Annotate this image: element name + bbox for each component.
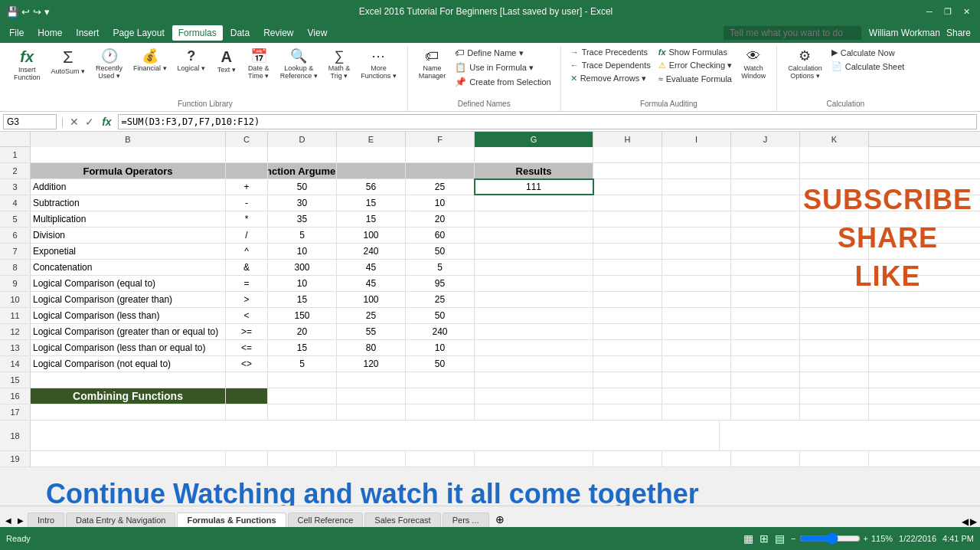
page-layout-icon[interactable]: ⊞	[760, 532, 769, 545]
close-button[interactable]: ✕	[959, 4, 974, 19]
cell-j13[interactable]	[731, 340, 800, 355]
cell-k2[interactable]	[800, 163, 869, 178]
cell-b11[interactable]: Logical Comparison (less than)	[31, 308, 226, 323]
sheet-tab-intro[interactable]: Intro	[28, 512, 64, 527]
tab-scroll-right-button[interactable]: ▶	[15, 514, 26, 527]
cell-e7[interactable]: 240	[337, 244, 406, 259]
cancel-formula-button[interactable]: ✕	[70, 116, 79, 128]
cell-c16[interactable]	[226, 388, 268, 404]
cell-e10[interactable]: 100	[337, 292, 406, 307]
cell-i15[interactable]	[662, 372, 731, 388]
cell-f15[interactable]	[406, 372, 475, 388]
cell-g7[interactable]	[475, 244, 593, 259]
col-header-g[interactable]: G	[475, 132, 593, 147]
menu-review[interactable]: Review	[257, 25, 299, 41]
cell-h12[interactable]	[593, 324, 662, 339]
cell-j17[interactable]	[731, 404, 800, 420]
cell-c2[interactable]	[226, 163, 268, 178]
sheet-tab-sales-forecast[interactable]: Sales Forecast	[364, 512, 440, 527]
normal-view-icon[interactable]: ▦	[743, 532, 753, 545]
cell-c17[interactable]	[226, 404, 268, 420]
restore-button[interactable]: ❐	[940, 4, 956, 19]
cell-f16[interactable]	[406, 388, 475, 404]
menu-page-layout[interactable]: Page Layout	[106, 25, 170, 41]
cell-b14[interactable]: Logical Comparison (not equal to)	[31, 356, 226, 372]
show-formulas-button[interactable]: fx Show Formulas	[655, 46, 735, 58]
cell-c1[interactable]	[226, 147, 268, 162]
cell-k1[interactable]	[800, 147, 869, 162]
col-header-h[interactable]: H	[593, 132, 662, 147]
col-header-j[interactable]: J	[731, 132, 800, 147]
sheet-tab-pers[interactable]: Pers ...	[443, 512, 489, 527]
cell-e16[interactable]	[337, 388, 406, 404]
col-header-b[interactable]: B	[31, 132, 226, 147]
redo-icon[interactable]: ↪	[33, 6, 41, 18]
cell-c9[interactable]: =	[226, 276, 268, 291]
cell-c5[interactable]: *	[226, 211, 268, 227]
zoom-in-icon[interactable]: +	[864, 534, 868, 543]
cell-b19[interactable]	[31, 451, 226, 467]
cell-j16[interactable]	[731, 388, 800, 404]
cell-b13[interactable]: Logical Comparison (less than or equal t…	[31, 340, 226, 355]
cell-e12[interactable]: 55	[337, 324, 406, 339]
cell-e17[interactable]	[337, 404, 406, 420]
cell-b10[interactable]: Logical Comparison (greater than)	[31, 292, 226, 307]
sheet-tab-data-entry[interactable]: Data Entry & Navigation	[66, 512, 175, 527]
menu-home[interactable]: Home	[31, 25, 68, 41]
cell-b16[interactable]: Combining Functions	[31, 388, 226, 404]
cell-i16[interactable]	[662, 388, 731, 404]
cell-c11[interactable]: <	[226, 308, 268, 323]
cell-h1[interactable]	[593, 147, 662, 162]
cell-h4[interactable]	[593, 195, 662, 211]
cell-b1[interactable]	[31, 147, 226, 162]
cell-h3[interactable]	[593, 179, 662, 195]
cell-i3[interactable]	[662, 179, 731, 195]
cell-d17[interactable]	[268, 404, 337, 420]
cell-k15[interactable]	[800, 372, 869, 388]
cell-h7[interactable]	[593, 244, 662, 259]
cell-d15[interactable]	[268, 372, 337, 388]
cell-j5[interactable]	[731, 211, 800, 227]
zoom-slider[interactable]	[799, 532, 861, 545]
cell-h16[interactable]	[593, 388, 662, 404]
cell-k5[interactable]	[800, 211, 869, 227]
cell-j8[interactable]	[731, 260, 800, 275]
more-functions-button[interactable]: ⋯ MoreFunctions ▾	[356, 46, 401, 83]
cell-d14[interactable]: 5	[268, 356, 337, 372]
cell-b4[interactable]: Subtraction	[31, 195, 226, 211]
cell-g12[interactable]	[475, 324, 593, 339]
cell-h9[interactable]	[593, 276, 662, 291]
cell-e5[interactable]: 15	[337, 211, 406, 227]
cell-f13[interactable]: 10	[406, 340, 475, 355]
cell-i11[interactable]	[662, 308, 731, 323]
logical-button[interactable]: ? Logical ▾	[173, 46, 210, 75]
add-sheet-button[interactable]: ⊕	[491, 512, 509, 527]
cell-b6[interactable]: Division	[31, 228, 226, 243]
cell-h13[interactable]	[593, 340, 662, 355]
cell-j19[interactable]	[731, 451, 800, 467]
cell-f19[interactable]	[406, 451, 475, 467]
cell-b2[interactable]: Formula Operators	[31, 163, 226, 178]
cell-g4[interactable]	[475, 195, 593, 211]
search-input[interactable]	[724, 26, 861, 40]
cell-e4[interactable]: 15	[337, 195, 406, 211]
math-trig-button[interactable]: ∑ Math &Trig ▾	[324, 46, 355, 83]
cell-i14[interactable]	[662, 356, 731, 372]
cell-g16[interactable]	[475, 388, 593, 404]
cell-g2[interactable]: Results	[475, 163, 593, 178]
cell-j11[interactable]	[731, 308, 800, 323]
cell-f12[interactable]: 240	[406, 324, 475, 339]
text-button[interactable]: A Text ▾	[211, 46, 242, 77]
menu-view[interactable]: View	[302, 25, 334, 41]
cell-d12[interactable]: 20	[268, 324, 337, 339]
cell-g3[interactable]: 111	[475, 179, 593, 195]
define-name-button[interactable]: 🏷 Define Name ▾	[452, 46, 554, 60]
cell-h10[interactable]	[593, 292, 662, 307]
cell-f17[interactable]	[406, 404, 475, 420]
cell-k16[interactable]	[800, 388, 869, 404]
cell-k19[interactable]	[800, 451, 869, 467]
cell-d10[interactable]: 15	[268, 292, 337, 307]
calculate-now-button[interactable]: ▶ Calculate Now	[828, 46, 908, 59]
cell-d19[interactable]	[268, 451, 337, 467]
cell-b9[interactable]: Logical Comparison (equal to)	[31, 276, 226, 291]
